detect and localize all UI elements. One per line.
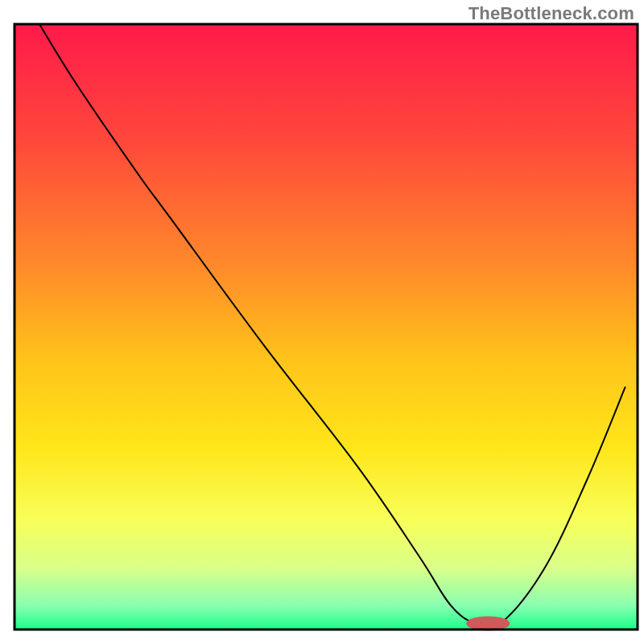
gradient-background xyxy=(14,24,638,630)
bottleneck-chart xyxy=(0,0,644,644)
watermark-text: TheBottleneck.com xyxy=(469,3,634,24)
chart-container: TheBottleneck.com xyxy=(0,0,644,644)
